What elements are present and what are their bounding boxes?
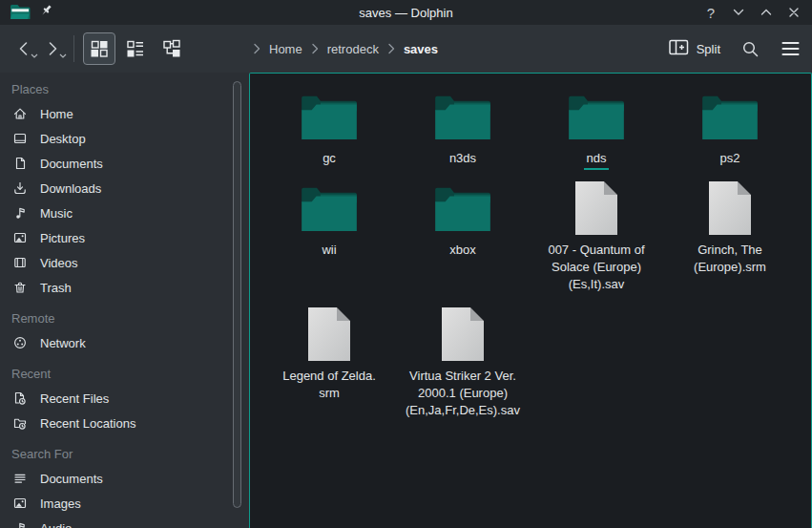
folder-icon: [434, 179, 491, 238]
back-dropdown-caret-icon[interactable]: [31, 48, 38, 62]
titlebar: saves — Dolphin ?: [0, 0, 812, 25]
folder-item-n3ds[interactable]: n3ds: [396, 87, 530, 179]
sidebar-scrollbar-thumb[interactable]: [233, 81, 241, 508]
sidebar-item-pictures[interactable]: Pictures: [0, 225, 249, 250]
folder-item-wii[interactable]: wii: [262, 179, 396, 305]
sidebar-item-label: Videos: [40, 256, 78, 270]
search-button[interactable]: [740, 39, 760, 59]
sidebar-item-documents[interactable]: Documents: [0, 151, 249, 176]
breadcrumb-separator-icon: [385, 43, 397, 54]
file-item-virtua[interactable]: Virtua Striker 2 Ver.2000.1 (Europe)(En,…: [396, 305, 530, 438]
sidebar-item-images[interactable]: Images: [0, 491, 249, 516]
sidebar-item-trash[interactable]: Trash: [0, 275, 249, 300]
close-button[interactable]: [785, 4, 802, 21]
sidebar-item-label: Pictures: [40, 231, 85, 245]
item-label: 007 - Quantum ofSolace (Europe)(Es,It).s…: [548, 242, 644, 293]
sidebar-item-recent-locations[interactable]: Recent Locations: [0, 411, 249, 435]
folder-icon: [434, 87, 491, 146]
sidebar-item-documents[interactable]: Documents: [0, 466, 249, 491]
folder-item-gc[interactable]: gc: [262, 87, 396, 179]
home-icon: [12, 106, 28, 121]
item-label: Grinch, The(Europe).srm: [694, 242, 766, 276]
folder-icon: [568, 87, 625, 146]
icons-view-button[interactable]: [83, 32, 115, 65]
help-button[interactable]: ?: [702, 4, 719, 21]
network-icon: [12, 335, 28, 350]
folder-icon: [301, 179, 358, 238]
breadcrumb-separator-icon: [309, 43, 321, 54]
sidebar-item-label: Documents: [40, 472, 103, 486]
details-view-button[interactable]: [119, 32, 152, 65]
sidebar-item-label: Recent Files: [40, 391, 109, 406]
item-label: n3ds: [449, 150, 476, 167]
music-icon: [12, 520, 28, 528]
tree-view-button[interactable]: [156, 32, 188, 65]
breadcrumb-item[interactable]: retrodeck: [327, 42, 379, 56]
folder-item-nds[interactable]: nds: [530, 87, 663, 179]
split-label: Split: [697, 42, 720, 56]
recent-locations-icon: [12, 415, 28, 431]
sidebar-item-home[interactable]: Home: [0, 101, 249, 126]
sidebar-section: RemoteNetwork: [0, 307, 249, 355]
image-icon: [12, 230, 28, 245]
breadcrumb: Homeretrodecksaves: [251, 25, 438, 73]
item-label: ps2: [720, 150, 740, 167]
sidebar-item-desktop[interactable]: Desktop: [0, 126, 249, 151]
sidebar-item-downloads[interactable]: Downloads: [0, 176, 249, 201]
item-label: Legend of Zelda.srm: [282, 368, 376, 402]
desktop-icon: [12, 131, 28, 146]
folder-view[interactable]: gcn3dsndsps2wiixbox007 - Quantum ofSolac…: [249, 73, 812, 528]
item-label: wii: [322, 242, 336, 259]
file-icon: [574, 179, 618, 238]
forward-dropdown-caret-icon[interactable]: [59, 48, 67, 62]
sidebar-section-title: Recent: [0, 363, 249, 386]
text-lines-icon: [12, 471, 28, 486]
minimize-button[interactable]: [730, 4, 747, 21]
pin-icon[interactable]: [39, 3, 55, 22]
sidebar-item-label: Home: [40, 107, 73, 121]
file-icon: [708, 179, 752, 238]
sidebar-item-videos[interactable]: Videos: [0, 250, 249, 275]
file-item-legend[interactable]: Legend of Zelda.srm: [262, 305, 396, 438]
breadcrumb-current[interactable]: saves: [404, 42, 438, 56]
music-icon: [12, 205, 28, 221]
image-icon: [12, 496, 28, 511]
toolbar-separator: [73, 35, 74, 62]
sidebar-item-music[interactable]: Music: [0, 201, 249, 225]
sidebar-section: Search ForDocumentsImagesAudio: [0, 443, 249, 528]
document-icon: [12, 156, 28, 171]
video-icon: [12, 255, 28, 270]
item-label: nds: [584, 150, 610, 170]
window-title: saves — Dolphin: [0, 6, 812, 20]
sidebar-item-audio[interactable]: Audio: [0, 516, 249, 528]
maximize-button[interactable]: [758, 4, 775, 21]
sidebar-section: RecentRecent FilesRecent Locations: [0, 363, 249, 435]
item-label: gc: [323, 150, 336, 167]
hamburger-menu-button[interactable]: [781, 40, 801, 57]
split-icon: [669, 39, 689, 58]
item-label: Virtua Striker 2 Ver.2000.1 (Europe)(En,…: [406, 368, 520, 419]
split-button[interactable]: Split: [669, 39, 720, 58]
folder-item-xbox[interactable]: xbox: [396, 179, 530, 305]
folder-icon: [301, 87, 358, 146]
file-item-grinch,[interactable]: Grinch, The(Europe).srm: [663, 179, 797, 305]
sidebar-item-label: Images: [40, 496, 81, 511]
file-item-007[interactable]: 007 - Quantum ofSolace (Europe)(Es,It).s…: [530, 179, 663, 305]
back-button[interactable]: [10, 34, 38, 63]
sidebar-section-title: Search For: [0, 443, 249, 466]
recent-files-icon: [12, 391, 28, 406]
dolphin-window: saves — Dolphin ? Homeretrodecksaves Spl…: [0, 0, 812, 528]
item-label: xbox: [449, 242, 475, 259]
places-panel: PlacesHomeDesktopDocumentsDownloadsMusic…: [0, 73, 249, 528]
sidebar-section-title: Remote: [0, 307, 249, 330]
breadcrumb-item[interactable]: Home: [269, 42, 302, 56]
sidebar-item-label: Desktop: [40, 132, 86, 146]
breadcrumb-separator-icon: [251, 43, 262, 54]
forward-button[interactable]: [38, 34, 67, 63]
sidebar-item-network[interactable]: Network: [0, 330, 249, 355]
trash-icon: [12, 280, 28, 295]
sidebar-item-label: Downloads: [40, 181, 101, 196]
sidebar-item-recent-files[interactable]: Recent Files: [0, 386, 249, 411]
folder-item-ps2[interactable]: ps2: [663, 87, 797, 179]
sidebar-item-label: Music: [40, 206, 73, 221]
